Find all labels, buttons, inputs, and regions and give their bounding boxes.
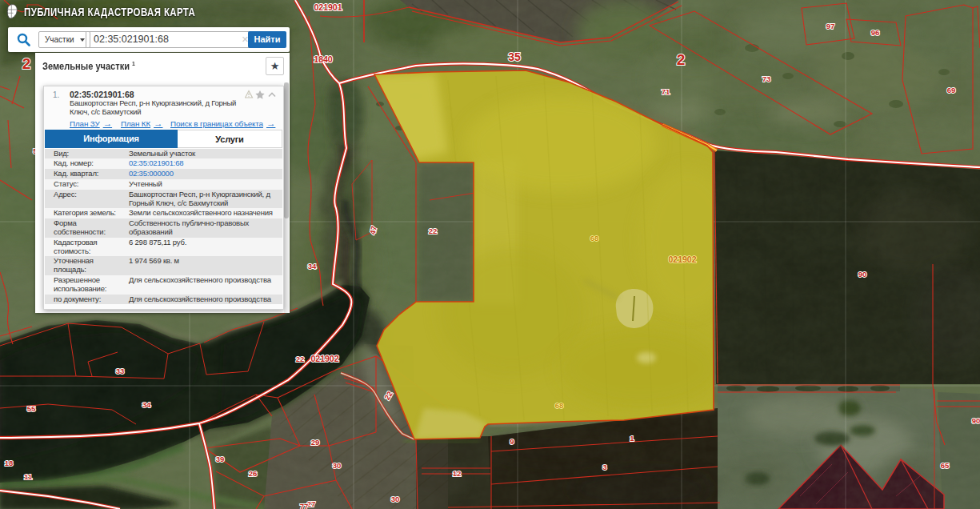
svg-text:22: 22 bbox=[429, 226, 438, 235]
svg-text:55: 55 bbox=[27, 404, 36, 413]
svg-text:69: 69 bbox=[947, 86, 956, 94]
svg-text:18: 18 bbox=[5, 459, 14, 467]
svg-text:77: 77 bbox=[300, 502, 309, 509]
svg-text:30: 30 bbox=[391, 495, 400, 503]
svg-text:96: 96 bbox=[871, 28, 880, 37]
svg-text:65: 65 bbox=[941, 461, 950, 470]
svg-text:90: 90 bbox=[972, 416, 980, 425]
svg-text:29: 29 bbox=[311, 438, 320, 447]
svg-text:68: 68 bbox=[590, 234, 599, 242]
svg-text:11: 11 bbox=[24, 472, 33, 481]
svg-text:73: 73 bbox=[762, 74, 771, 83]
svg-text:71: 71 bbox=[662, 87, 670, 96]
svg-text:1840: 1840 bbox=[314, 54, 333, 64]
svg-text:30: 30 bbox=[333, 461, 342, 470]
svg-text:22: 22 bbox=[296, 355, 305, 363]
svg-text:1: 1 bbox=[630, 434, 634, 443]
svg-text:2: 2 bbox=[677, 51, 686, 68]
svg-text:3: 3 bbox=[602, 463, 606, 471]
svg-text:9: 9 bbox=[510, 437, 514, 446]
svg-text:2: 2 bbox=[22, 55, 31, 72]
svg-text:021901: 021901 bbox=[314, 2, 342, 12]
svg-text:12: 12 bbox=[453, 469, 462, 478]
svg-text:90: 90 bbox=[858, 270, 867, 279]
svg-text:021902: 021902 bbox=[310, 354, 338, 363]
svg-text:97: 97 bbox=[826, 22, 835, 30]
svg-text:34: 34 bbox=[308, 262, 317, 271]
svg-text:35: 35 bbox=[508, 50, 521, 63]
svg-text:34: 34 bbox=[142, 400, 151, 409]
svg-text:68: 68 bbox=[555, 401, 564, 410]
svg-text:39: 39 bbox=[216, 455, 225, 463]
svg-text:26: 26 bbox=[249, 469, 258, 478]
svg-text:021902: 021902 bbox=[668, 254, 696, 264]
svg-text:33: 33 bbox=[116, 367, 125, 375]
svg-text:27: 27 bbox=[307, 499, 316, 508]
